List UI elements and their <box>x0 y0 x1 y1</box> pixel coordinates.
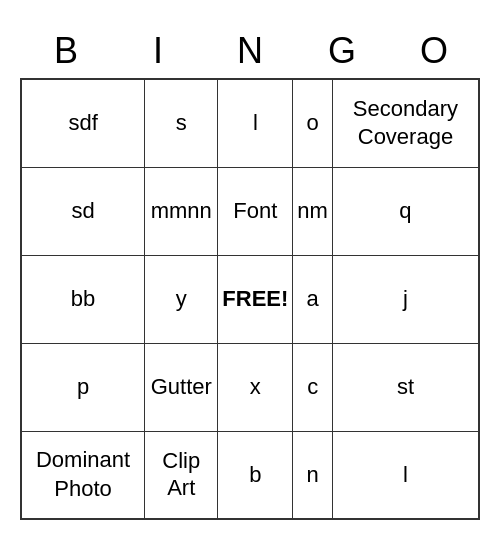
cell-r1-b: sdf <box>21 79 145 167</box>
cell-r4-i: Gutter <box>145 343 218 431</box>
cell-r2-b: sd <box>21 167 145 255</box>
table-row: Dominant Photo Clip Art b n l <box>21 431 479 519</box>
cell-r2-g: nm <box>293 167 333 255</box>
cell-r4-b: p <box>21 343 145 431</box>
cell-r2-n: Font <box>218 167 293 255</box>
cell-r4-g: c <box>293 343 333 431</box>
cell-r3-i: y <box>145 255 218 343</box>
bingo-card: B I N G O sdf s l o Secondary Coverage s… <box>20 24 480 520</box>
cell-r3-n-free: FREE! <box>218 255 293 343</box>
cell-r5-i: Clip Art <box>145 431 218 519</box>
cell-r2-i: mmnn <box>145 167 218 255</box>
header-o: O <box>388 24 480 78</box>
header-g: G <box>296 24 388 78</box>
cell-r5-n: b <box>218 431 293 519</box>
cell-r2-o: q <box>332 167 479 255</box>
cell-r3-g: a <box>293 255 333 343</box>
cell-r1-g: o <box>293 79 333 167</box>
table-row: sd mmnn Font nm q <box>21 167 479 255</box>
cell-r4-n: x <box>218 343 293 431</box>
header-b: B <box>20 24 112 78</box>
header-n: N <box>204 24 296 78</box>
cell-r5-b: Dominant Photo <box>21 431 145 519</box>
table-row: sdf s l o Secondary Coverage <box>21 79 479 167</box>
header-i: I <box>112 24 204 78</box>
table-row: p Gutter x c st <box>21 343 479 431</box>
cell-r1-o: Secondary Coverage <box>332 79 479 167</box>
cell-r1-i: s <box>145 79 218 167</box>
table-row: bb y FREE! a j <box>21 255 479 343</box>
cell-r3-o: j <box>332 255 479 343</box>
bingo-grid: sdf s l o Secondary Coverage sd mmnn Fon… <box>20 78 480 520</box>
cell-r5-o: l <box>332 431 479 519</box>
cell-r1-n: l <box>218 79 293 167</box>
bingo-header: B I N G O <box>20 24 480 78</box>
cell-r5-g: n <box>293 431 333 519</box>
cell-r3-b: bb <box>21 255 145 343</box>
cell-r4-o: st <box>332 343 479 431</box>
